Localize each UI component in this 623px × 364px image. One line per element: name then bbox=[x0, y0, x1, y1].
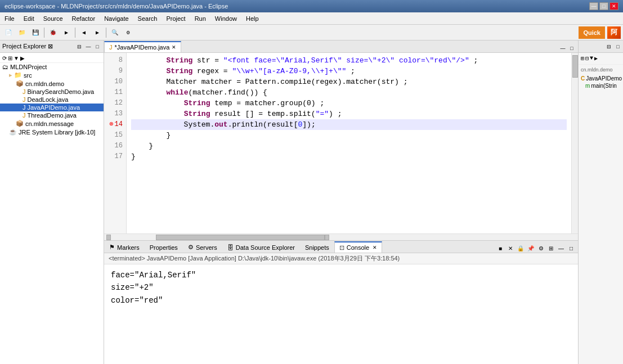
code-line-8: String str = "<font face=\"Arial,Serif\"… bbox=[131, 55, 567, 66]
toolbar-open[interactable]: 📁 bbox=[16, 26, 28, 39]
code-editor[interactable]: 8 9 10 11 12 13 14 15 16 17 String str =… bbox=[104, 53, 578, 233]
tree-item-threaddemo[interactable]: J ThreadDemo.java bbox=[0, 111, 104, 119]
tree-toolbar-btn[interactable]: ⟳ bbox=[2, 55, 7, 61]
menu-search[interactable]: Search bbox=[133, 14, 162, 23]
toolbar-save[interactable]: 💾 bbox=[29, 26, 42, 39]
tree-item-jre[interactable]: ☕ JRE System Library [jdk-10] bbox=[0, 128, 104, 136]
maximize-bottom[interactable]: □ bbox=[567, 244, 576, 253]
editor-area: J *JavaAPIDemo.java ✕ — □ 8 9 10 11 12 bbox=[104, 41, 578, 240]
snippets-label: Snippets bbox=[305, 244, 329, 251]
menu-project[interactable]: Project bbox=[162, 14, 190, 23]
editor-minimize[interactable]: — bbox=[559, 44, 567, 52]
minimize-panel-button[interactable]: — bbox=[84, 43, 92, 51]
right-btn3[interactable]: ▼ bbox=[590, 55, 593, 62]
tree-item-label: MLDNProject bbox=[10, 64, 47, 70]
menu-refactor[interactable]: Refactor bbox=[68, 14, 100, 23]
close-button[interactable]: ✕ bbox=[609, 2, 618, 10]
minimize-bottom[interactable]: — bbox=[557, 244, 566, 253]
tree-toolbar-btn4[interactable]: ▶ bbox=[20, 55, 25, 61]
tab-markers[interactable]: ⚑ Markers bbox=[104, 241, 145, 253]
library-icon: ☕ bbox=[9, 128, 17, 136]
right-btn2[interactable]: ⊟ bbox=[585, 55, 589, 62]
line-num-14: 14 bbox=[104, 119, 126, 130]
tab-close-button[interactable]: ✕ bbox=[172, 44, 176, 50]
scroll-lock-button[interactable]: 🔒 bbox=[516, 244, 525, 253]
right-minimize[interactable]: ⊟ bbox=[605, 43, 613, 51]
method-icon: m bbox=[585, 83, 590, 89]
toolbar-search[interactable]: 🔍 bbox=[109, 26, 121, 39]
maximize-button[interactable]: □ bbox=[599, 2, 608, 10]
right-btn4[interactable]: ▶ bbox=[594, 55, 598, 62]
project-tree: ⟳ ⊞ ▼ ▶ 🗂 MLDNProject ▸ 📁 src 📦 cn.mldn.… bbox=[0, 53, 104, 364]
scroll-thumb[interactable] bbox=[156, 235, 325, 240]
java-file-icon: J bbox=[23, 96, 26, 103]
servers-icon: ⚙ bbox=[188, 244, 194, 251]
menu-navigate[interactable]: Navigate bbox=[100, 14, 133, 23]
menu-run[interactable]: Run bbox=[190, 14, 210, 23]
tab-properties[interactable]: Properties bbox=[145, 241, 183, 253]
minimize-button[interactable]: — bbox=[589, 2, 598, 10]
open-console[interactable]: ⊞ bbox=[546, 244, 555, 253]
tree-item-src[interactable]: ▸ 📁 src bbox=[0, 71, 104, 79]
tree-toolbar-btn3[interactable]: ▼ bbox=[14, 55, 19, 61]
outline-item-method[interactable]: m main(Strin bbox=[581, 82, 621, 89]
tree-item-mldnproject[interactable]: 🗂 MLDNProject bbox=[0, 63, 104, 71]
toolbar-new[interactable]: 📄 bbox=[2, 26, 15, 39]
outline-class-label: JavaAPIDemo bbox=[586, 75, 622, 82]
outline-item-class[interactable]: C JavaAPIDemo bbox=[581, 75, 621, 82]
properties-label: Properties bbox=[150, 244, 178, 251]
maximize-panel-button[interactable]: □ bbox=[93, 43, 101, 51]
toolbar-next[interactable]: ▶ bbox=[91, 26, 104, 39]
toolbar-prev[interactable]: ◀ bbox=[78, 26, 90, 39]
code-line-11: while(matcher.find()) { bbox=[131, 87, 567, 98]
tab-datasource[interactable]: 🗄 Data Source Explorer bbox=[222, 241, 300, 253]
tree-item-javaapidem[interactable]: J JavaAPIDemo.java bbox=[0, 104, 104, 111]
editor-maximize[interactable]: □ bbox=[568, 44, 576, 52]
tree-toolbar-btn2[interactable]: ⊞ bbox=[8, 55, 12, 61]
editor-vertical-scrollbar[interactable] bbox=[571, 53, 578, 233]
console-close-icon[interactable]: ✕ bbox=[373, 245, 377, 250]
java-file-icon: J bbox=[23, 88, 26, 95]
menu-file[interactable]: File bbox=[0, 14, 19, 23]
pin-button[interactable]: 📌 bbox=[526, 244, 535, 253]
code-content[interactable]: String str = "<font face=\"Arial,Serif\"… bbox=[127, 53, 571, 233]
project-explorer: Project Explorer ⊠ ⊟ — □ ⟳ ⊞ ▼ ▶ 🗂 MLDNP… bbox=[0, 41, 104, 364]
quick-access-button[interactable]: Quick bbox=[579, 26, 605, 39]
console-settings[interactable]: ⚙ bbox=[536, 244, 545, 253]
editor-tab-javaapi[interactable]: J *JavaAPIDemo.java ✕ bbox=[104, 41, 181, 52]
tree-item-message-package[interactable]: 📦 cn.mldn.message bbox=[0, 119, 104, 128]
aliyun-logo: 阿 bbox=[607, 26, 621, 39]
tab-label: *JavaAPIDemo.java bbox=[115, 44, 170, 51]
horizontal-scrollbar[interactable] bbox=[104, 233, 578, 240]
project-icon: 🗂 bbox=[2, 64, 8, 70]
right-maximize[interactable]: □ bbox=[614, 43, 622, 51]
stop-button[interactable]: ■ bbox=[496, 244, 505, 253]
tab-snippets[interactable]: Snippets bbox=[300, 241, 334, 253]
menu-window[interactable]: Window bbox=[210, 14, 241, 23]
collapse-button[interactable]: ⊟ bbox=[75, 43, 83, 51]
folder-icon: ▸ bbox=[9, 71, 12, 79]
line-numbers: 8 9 10 11 12 13 14 15 16 17 bbox=[104, 53, 127, 233]
tab-console[interactable]: ⊡ Console ✕ bbox=[334, 241, 382, 253]
console-label: Console bbox=[347, 244, 369, 251]
code-line-17: } bbox=[131, 151, 567, 162]
right-panel-header: ⊟ □ bbox=[579, 41, 623, 53]
right-btn1[interactable]: ⊞ bbox=[581, 55, 584, 62]
toolbar-settings[interactable]: ⚙ bbox=[122, 26, 135, 39]
toolbar-run[interactable]: ▶ bbox=[60, 26, 73, 39]
tree-item-binarysearch[interactable]: J BinarySearchDemo.java bbox=[0, 88, 104, 96]
code-line-16: } bbox=[131, 141, 567, 151]
console-output: face="Arial,Serif" size="+2" color="red" bbox=[104, 264, 578, 364]
menu-source[interactable]: Source bbox=[39, 14, 68, 23]
project-explorer-controls: ⊟ — □ bbox=[75, 43, 101, 51]
tab-servers[interactable]: ⚙ Servers bbox=[183, 241, 222, 253]
menu-edit[interactable]: Edit bbox=[19, 14, 39, 23]
project-explorer-header: Project Explorer ⊠ ⊟ — □ bbox=[0, 41, 104, 53]
clear-button[interactable]: ✕ bbox=[506, 244, 515, 253]
console-header: <terminated> JavaAPIDemo [Java Applicati… bbox=[104, 253, 578, 264]
line-num-10: 10 bbox=[104, 77, 126, 87]
tree-item-deadlock[interactable]: J DeadLock.java bbox=[0, 96, 104, 104]
menu-help[interactable]: Help bbox=[241, 14, 263, 23]
toolbar-debug[interactable]: 🐞 bbox=[47, 26, 59, 39]
tree-item-package[interactable]: 📦 cn.mldn.demo bbox=[0, 79, 104, 88]
